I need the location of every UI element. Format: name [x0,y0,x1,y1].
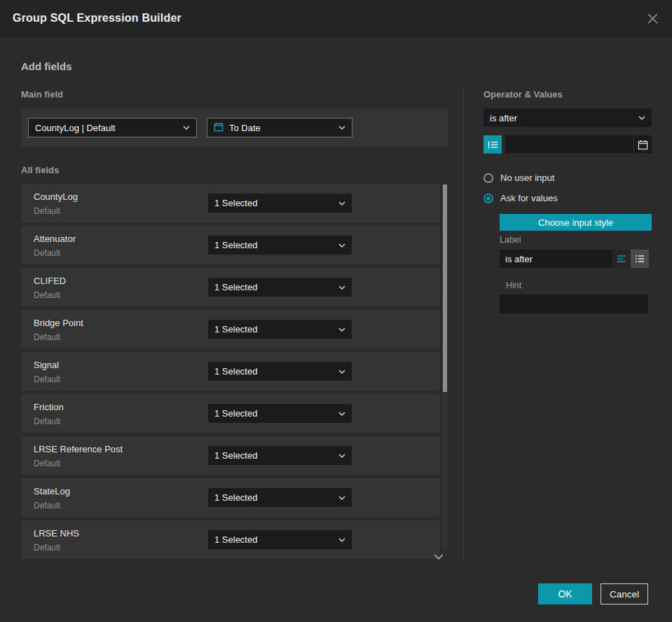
field-selected-value: 1 Selected [214,282,257,292]
date-type-dropdown[interactable]: To Date [207,118,352,137]
field-selected-dropdown[interactable]: 1 Selected [208,236,352,255]
label-label: Label [500,235,521,245]
close-icon[interactable] [643,8,662,28]
cancel-button[interactable]: Cancel [601,583,648,604]
align-left-style-button[interactable] [612,250,631,268]
field-row-clifed: CLIFED Default 1 Selected [21,268,440,306]
field-name: Signal [34,360,59,370]
field-name: Bridge Point [34,318,83,328]
chevron-down-icon [338,201,345,205]
field-selected-value: 1 Selected [214,534,257,545]
main-field-label: Main field [21,89,63,100]
no-user-input-radio[interactable]: No user input [484,173,554,183]
field-name: Friction [34,402,64,412]
field-subtitle: Default [34,417,60,426]
main-field-dropdown[interactable]: CountyLog | Default [28,118,197,137]
field-name: CLIFED [34,276,66,286]
field-subtitle: Default [34,459,60,468]
date-picker-button[interactable] [633,135,652,154]
date-type-dropdown-value: To Date [229,123,261,133]
field-selected-dropdown[interactable]: 1 Selected [208,362,352,381]
chevron-down-icon [338,454,345,458]
add-fields-heading: Add fields [21,60,72,72]
chevron-down-icon [183,126,190,130]
field-row-bridge-point: Bridge Point Default 1 Selected [21,310,440,349]
ok-button[interactable]: OK [538,583,592,604]
field-selected-dropdown[interactable]: 1 Selected [208,320,352,339]
field-selected-dropdown[interactable]: 1 Selected [208,404,352,423]
radio-icon [484,173,493,183]
field-selected-value: 1 Selected [214,366,257,377]
field-selected-dropdown[interactable]: 1 Selected [208,446,352,465]
field-name: LRSE NHS [34,528,79,539]
value-mode-button[interactable] [484,135,502,154]
field-selected-value: 1 Selected [214,450,257,461]
label-input[interactable] [500,250,612,268]
all-fields-label: All fields [21,165,59,175]
field-name: Attenuator [34,234,76,244]
field-selected-value: 1 Selected [214,408,257,419]
field-selected-dropdown[interactable]: 1 Selected [208,194,352,212]
field-selected-value: 1 Selected [214,492,257,503]
field-row-lrse-reference-post: LRSE Reference Post Default 1 Selected [21,436,440,475]
field-row-friction: Friction Default 1 Selected [21,394,440,433]
chevron-down-icon [338,538,345,542]
field-row-countylog: CountyLog Default 1 Selected [21,184,440,222]
chevron-down-icon [338,285,345,290]
field-subtitle: Default [34,248,60,258]
main-field-dropdown-value: CountyLog | Default [35,123,116,133]
all-fields-list: CountyLog Default 1 Selected Attenuator … [21,184,440,562]
field-subtitle: Default [34,332,60,342]
chevron-down-icon [338,496,345,500]
field-subtitle: Default [34,290,60,300]
field-name: StateLog [34,486,70,496]
dialog-title: Group SQL Expression Builder [13,12,181,25]
field-selected-dropdown[interactable]: 1 Selected [208,278,352,297]
operator-dropdown[interactable]: is after [484,109,652,127]
vertical-divider [463,86,464,562]
field-name: LRSE Reference Post [34,444,123,454]
list-style-button[interactable] [631,250,649,268]
chevron-down-icon [338,370,345,374]
group-sql-expression-builder-dialog: Group SQL Expression Builder Add fields … [0,0,672,622]
main-field-panel: CountyLog | Default To Date [21,109,448,147]
field-selected-value: 1 Selected [214,198,257,208]
field-selected-dropdown[interactable]: 1 Selected [208,530,352,549]
choose-input-style-button[interactable]: Choose input style [500,214,652,231]
field-subtitle: Default [34,501,60,511]
field-selected-value: 1 Selected [214,324,257,334]
operator-dropdown-value: is after [490,113,517,123]
field-row-statelog: StateLog Default 1 Selected [21,478,440,517]
fields-scrollbar-thumb[interactable] [443,184,447,392]
chevron-down-icon [338,126,345,130]
radio-checked-icon [484,194,493,203]
chevron-down-icon [338,243,345,248]
field-row-signal: Signal Default 1 Selected [21,352,440,391]
chevron-down-icon [338,412,345,416]
field-name: CountyLog [34,191,78,202]
chevron-down-icon [338,327,345,332]
value-input[interactable] [505,135,633,154]
no-user-input-label: No user input [500,173,554,183]
field-subtitle: Default [34,543,60,553]
calendar-icon [214,122,224,134]
ask-for-values-label: Ask for values [500,193,558,203]
field-selected-value: 1 Selected [214,240,257,250]
hint-input[interactable] [500,295,648,313]
field-row-lrse-nhs: LRSE NHS Default 1 Selected [21,520,440,559]
fields-scrollbar-track[interactable] [442,184,448,549]
hint-label: Hint [506,280,521,290]
scroll-down-chevron-icon[interactable] [434,550,444,562]
ask-for-values-radio[interactable]: Ask for values [484,193,558,203]
field-subtitle: Default [34,206,60,216]
field-row-attenuator: Attenuator Default 1 Selected [21,226,440,264]
dialog-header: Group SQL Expression Builder [0,0,672,36]
chevron-down-icon [638,116,645,120]
field-subtitle: Default [34,374,60,384]
field-selected-dropdown[interactable]: 1 Selected [208,488,352,507]
operator-values-heading: Operator & Values [484,89,563,100]
